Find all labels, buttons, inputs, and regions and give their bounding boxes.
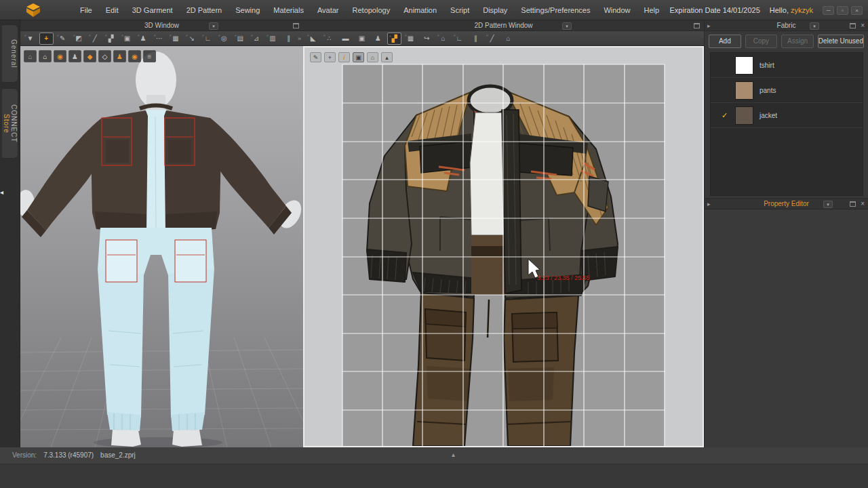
pattern-book-icon[interactable]: ▤: [233, 33, 248, 45]
menu-edit[interactable]: Edit: [99, 0, 125, 20]
menu-script[interactable]: Script: [443, 0, 476, 20]
3d-window-header[interactable]: 3D Window ▾: [20, 20, 303, 31]
select-garment-icon[interactable]: +: [324, 52, 336, 62]
fabric-assign-button[interactable]: Assign: [781, 35, 814, 48]
transform-pattern-icon[interactable]: ◣: [306, 33, 320, 45]
pleats-tool-icon[interactable]: ∥: [469, 33, 483, 45]
show-avatar-icon[interactable]: ♟: [68, 50, 81, 62]
3d-window-undock-icon[interactable]: [293, 23, 299, 28]
show-bounding-sphere-icon[interactable]: ◉: [128, 50, 141, 62]
fabric-close-icon[interactable]: ×: [861, 22, 865, 30]
menu-2d-pattern[interactable]: 2D Pattern: [180, 0, 229, 20]
property-close-icon[interactable]: ×: [861, 200, 865, 208]
move-pattern-icon[interactable]: ▣: [120, 33, 134, 45]
fabric-row-pants[interactable]: pants: [711, 78, 863, 103]
tape-measure-icon[interactable]: ⋯: [153, 33, 167, 45]
sewing-2d-icon[interactable]: ⌂: [436, 33, 450, 45]
menu-file[interactable]: File: [73, 0, 99, 20]
shoe-tool-icon[interactable]: ∟: [201, 33, 215, 45]
steam-iron-icon[interactable]: ▴: [381, 52, 393, 62]
trace-pattern-icon[interactable]: ♟: [371, 33, 385, 45]
fabric-delete-unused-button[interactable]: Delete Unused: [818, 35, 864, 48]
property-undock-icon[interactable]: [850, 201, 856, 207]
show-texture-icon[interactable]: ▣: [353, 52, 364, 62]
pen-3d-icon[interactable]: ✎: [56, 33, 70, 45]
show-garment-white-icon[interactable]: ⌂: [39, 50, 52, 62]
3d-window-panel: 3D Window ▾ ▼ + ✎ ◩ ╱ ▞ ▣ ♟ ⋯ ▦ ↘ ∟ ◎ ▤ …: [20, 20, 303, 447]
app-logo-icon: [26, 3, 41, 18]
fitting-tool-icon[interactable]: ◎: [217, 33, 231, 45]
menu-animation[interactable]: Animation: [397, 0, 443, 20]
grain-grid-icon[interactable]: ▦: [403, 33, 418, 45]
pin-tool-icon[interactable]: ↘: [184, 33, 199, 45]
menu-retopology[interactable]: Retopology: [346, 0, 397, 20]
fabric-add-button[interactable]: Add: [709, 35, 741, 48]
fabric-dropdown-icon[interactable]: ▾: [810, 22, 819, 30]
simulate-icon[interactable]: ▼: [23, 33, 37, 45]
inner-rectangle-icon[interactable]: ▣: [355, 33, 369, 45]
2d-window-dropdown-icon[interactable]: ▾: [562, 22, 572, 30]
fabric-row-jacket[interactable]: ✓ jacket: [711, 103, 863, 128]
show-fabric-fold-icon[interactable]: ◆: [83, 50, 96, 62]
menu-settings-preferences[interactable]: Settings/Preferences: [514, 0, 597, 20]
minimize-button[interactable]: ─: [823, 6, 834, 15]
menu-sewing[interactable]: Sewing: [229, 0, 267, 20]
arrangement-grid-icon[interactable]: ▦: [168, 33, 182, 45]
symmetry-tool-icon[interactable]: ∥: [281, 33, 296, 45]
info-toggle-icon[interactable]: i: [338, 52, 350, 62]
3d-display-toolbar: ⌂ ⌂ ◉ ♟ ◆ ◇ ♟ ◉ ≡: [24, 50, 156, 62]
avatar-fit-icon[interactable]: ♟: [136, 33, 151, 45]
2d-window-undock-icon[interactable]: [694, 23, 700, 28]
sewing-3d-icon[interactable]: ╱: [87, 33, 102, 45]
username-link[interactable]: zykzyk: [791, 6, 813, 14]
menu-3d-garment[interactable]: 3D Garment: [125, 0, 180, 20]
3d-viewport[interactable]: ⌂ ⌂ ◉ ♟ ◆ ◇ ♟ ◉ ≡: [20, 46, 303, 447]
show-garment-shaded-icon[interactable]: ⌂: [24, 50, 37, 62]
close-button[interactable]: ×: [851, 6, 863, 15]
curve-tool-icon[interactable]: ↪: [420, 33, 434, 45]
fabric-panel-title: Fabric: [705, 20, 868, 31]
flatten-tool-icon[interactable]: ⊿: [250, 33, 264, 45]
fabric-panel-header[interactable]: ▸ Fabric ▾ ×: [705, 20, 868, 31]
fabric-swatch: [735, 81, 753, 100]
fabric-undock-icon[interactable]: [850, 23, 856, 28]
timeline-expand-icon[interactable]: ▴: [452, 451, 455, 458]
2d-canvas[interactable]: 3.23 / 23.35 / 25.55 ✎ + i ▣ ⌂ ▴: [304, 47, 703, 446]
menubar: File Edit 3D Garment 2D Pattern Sewing M…: [0, 0, 868, 20]
2d-window-header[interactable]: 2D Pattern Window ▾: [303, 20, 704, 31]
fabric-copy-button[interactable]: Copy: [745, 35, 778, 48]
tab-connect-store[interactable]: CONNECT Store: [2, 88, 18, 159]
lock-garment-icon[interactable]: ⌂: [367, 52, 378, 62]
fold-arrangement-icon[interactable]: ▞: [104, 33, 118, 45]
property-dropdown-icon[interactable]: ▾: [823, 201, 833, 208]
rail-collapse-arrow-icon[interactable]: ◂: [0, 188, 3, 196]
menu-display[interactable]: Display: [476, 0, 514, 20]
3d-toolbar: ▼ + ✎ ◩ ╱ ▞ ▣ ♟ ⋯ ▦ ↘ ∟ ◎ ▤ ⊿ ▥ ∥ »: [20, 31, 303, 46]
restore-button[interactable]: ▫: [837, 6, 848, 15]
rectangle-pattern-icon[interactable]: ▬: [338, 33, 353, 45]
brush-tool-icon[interactable]: ✎: [310, 52, 321, 62]
hanger-tool-icon[interactable]: ▥: [265, 33, 279, 45]
show-mesh-icon[interactable]: ◉: [54, 50, 66, 62]
show-garment-2d-icon[interactable]: ⌂: [501, 33, 515, 45]
toolbar-overflow-icon[interactable]: »: [298, 35, 301, 42]
3d-window-dropdown-icon[interactable]: ▾: [209, 22, 218, 30]
boot-tool-icon[interactable]: ∟: [452, 33, 467, 45]
edit-pattern-icon[interactable]: ∴: [322, 33, 336, 45]
tab-general[interactable]: General: [2, 24, 18, 83]
menu-materials[interactable]: Materials: [267, 0, 311, 20]
pen-2d-icon[interactable]: ╱: [485, 33, 499, 45]
right-dock: ▸ Fabric ▾ × Add Copy Assign Delete Unus…: [704, 20, 868, 447]
select-mesh-icon[interactable]: ◩: [72, 33, 86, 45]
fabric-name: tshirt: [760, 53, 774, 78]
fabric-row-tshirt[interactable]: tshirt: [711, 53, 863, 78]
show-avatar-skin-icon[interactable]: ♟: [113, 50, 126, 62]
show-pattern-icon[interactable]: ◇: [98, 50, 111, 62]
menu-avatar[interactable]: Avatar: [311, 0, 346, 20]
menu-window[interactable]: Window: [597, 0, 637, 20]
edit-texture-icon[interactable]: ▞: [387, 33, 401, 45]
select-move-icon[interactable]: +: [39, 33, 54, 45]
menu-help[interactable]: Help: [637, 0, 667, 20]
property-editor-header[interactable]: ▸ Property Editor ▾ ×: [705, 198, 868, 209]
steam-brush-icon[interactable]: ≡: [143, 50, 156, 62]
